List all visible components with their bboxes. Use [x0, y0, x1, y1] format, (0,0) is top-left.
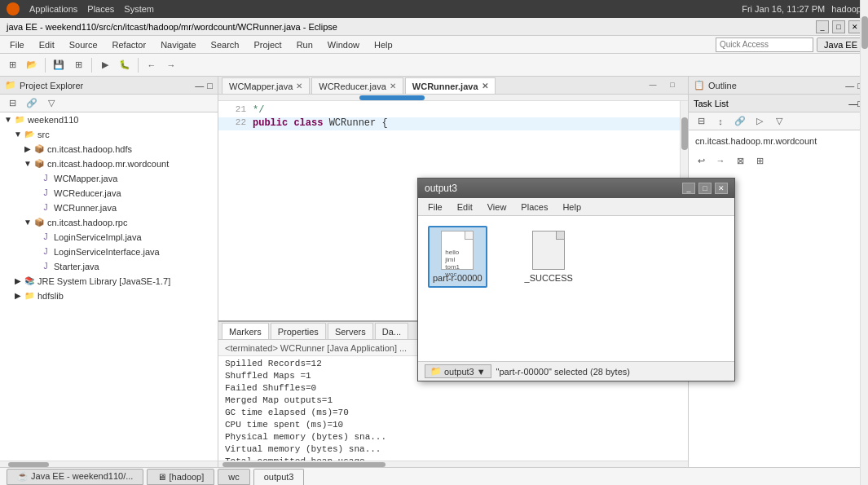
file-icon-part-r: hellojimltom1woc — [438, 231, 477, 270]
eclipse-title: java EE - weekend110/src/cn/itcast/hadoo… — [7, 22, 337, 32]
menu-project[interactable]: Project — [247, 38, 288, 51]
tab-wcrunner[interactable]: WCRunner.java ✕ — [405, 77, 496, 94]
file-success[interactable]: _SUCCESS — [520, 226, 578, 288]
outline-btn2[interactable]: ↕ — [712, 112, 729, 130]
tab-wcmapper-close[interactable]: ✕ — [296, 82, 302, 90]
outline-extra-btn1[interactable]: ↩ — [692, 152, 710, 170]
minimize-button[interactable]: _ — [816, 20, 829, 33]
tree-label-jre: JRE System Library [JavaSE-1.7] — [37, 276, 170, 286]
tree-label-wcmapper: WCMapper.java — [54, 174, 117, 183]
output3-close[interactable]: ✕ — [715, 183, 728, 194]
fm-menu-places[interactable]: Places — [514, 201, 554, 214]
menu-window[interactable]: Window — [321, 38, 366, 51]
run-button[interactable]: ▶ — [96, 56, 114, 74]
output3-folder-btn[interactable]: 📁 output3 ▼ — [425, 364, 491, 378]
toolbar-sep-3 — [138, 58, 139, 73]
file-part-r-00000[interactable]: hellojimltom1woc part-r-00000 — [428, 226, 487, 288]
window-controls: _ □ ✕ — [816, 20, 861, 33]
outline-extra-btn2[interactable]: → — [712, 152, 729, 170]
tree-item-jre[interactable]: ▶ 📚 JRE System Library [JavaSE-1.7] — [0, 274, 218, 289]
menu-help[interactable]: Help — [368, 38, 399, 51]
console-tab-properties[interactable]: Properties — [271, 323, 326, 339]
editor-maximize[interactable]: □ — [663, 76, 681, 94]
menu-edit[interactable]: Edit — [33, 38, 61, 51]
status-tab-wc-label: wc — [228, 472, 239, 482]
tree-item-wcreducer[interactable]: J WCReducer.java — [0, 186, 218, 201]
tree-item-logininterface[interactable]: J LoginServiceInterface.java — [0, 245, 218, 259]
tab-wcrunner-close[interactable]: ✕ — [482, 82, 488, 90]
outline-extra-btn3[interactable]: ⊠ — [731, 152, 749, 170]
output3-minimize[interactable]: _ — [682, 183, 695, 194]
tree-item-wcmapper[interactable]: J WCMapper.java — [0, 171, 218, 186]
pe-menu[interactable]: ▽ — [42, 95, 60, 112]
tasklist-minimize[interactable]: — — [848, 99, 857, 108]
console-line: CPU time spent (ms)=10 — [225, 419, 681, 431]
system-menu[interactable]: System — [124, 4, 154, 14]
tree-item-rpc[interactable]: ▼ 📦 cn.itcast.hadoop.rpc — [0, 215, 218, 230]
project-explorer-title: Project Explorer — [20, 81, 83, 90]
fm-menu-view[interactable]: View — [481, 201, 513, 214]
quick-access-input[interactable] — [716, 37, 813, 52]
fm-menu-help[interactable]: Help — [556, 201, 588, 214]
outline-btn5[interactable]: ▽ — [770, 112, 788, 130]
tree-item-loginimpl[interactable]: J LoginServiceImpl.java — [0, 230, 218, 245]
open-button[interactable]: 📂 — [23, 56, 41, 74]
tab-wcreducer[interactable]: WCReducer.java ✕ — [311, 77, 403, 94]
places-menu[interactable]: Places — [87, 4, 114, 14]
save-button[interactable]: 💾 — [50, 56, 68, 74]
save-all-button[interactable]: ⊞ — [69, 56, 87, 74]
outline-extra-controls: ↩ → ⊠ ⊞ — [692, 152, 865, 170]
file-corner — [465, 231, 473, 240]
tree-item-wcrunner[interactable]: J WCRunner.java — [0, 201, 218, 215]
menu-bar: File Edit Source Refactor Navigate Searc… — [0, 36, 868, 54]
tree-item-starter[interactable]: J Starter.java — [0, 259, 218, 274]
tab-wcmapper[interactable]: WCMapper.java ✕ — [222, 77, 310, 94]
fm-menu-file[interactable]: File — [421, 201, 449, 214]
pe-link-editor[interactable]: 🔗 — [23, 95, 41, 112]
new-button[interactable]: ⊞ — [3, 56, 21, 74]
console-tab-da[interactable]: Da... — [375, 323, 408, 339]
menu-file[interactable]: File — [3, 38, 31, 51]
debug-button[interactable]: 🐛 — [116, 56, 134, 74]
console-tab-markers[interactable]: Markers — [222, 323, 269, 339]
menu-refactor[interactable]: Refactor — [106, 38, 153, 51]
outline-btn1[interactable]: ⊟ — [692, 112, 710, 130]
outline-minimize[interactable]: — — [845, 81, 854, 90]
tree-item-src[interactable]: ▼ 📂 src — [0, 127, 218, 142]
back-button[interactable]: ← — [143, 56, 161, 74]
pe-minimize[interactable]: — — [195, 81, 204, 90]
java-ee-button[interactable]: Java EE — [817, 37, 865, 52]
console-tab-da-label: Da... — [382, 327, 401, 337]
pe-collapse-all[interactable]: ⊟ — [3, 95, 21, 112]
maximize-button[interactable]: □ — [832, 20, 845, 33]
pe-maximize[interactable]: □ — [207, 81, 213, 90]
menu-run[interactable]: Run — [290, 38, 319, 51]
applications-menu[interactable]: Applications — [29, 4, 77, 14]
status-tab-wc[interactable]: wc — [218, 469, 249, 485]
forward-button[interactable]: → — [162, 56, 180, 74]
outline-item-wordcount[interactable]: cn.itcast.hadoop.mr.wordcount — [692, 134, 865, 148]
tree-item-hdfs[interactable]: ▶ 📦 cn.itcast.hadoop.hdfs — [0, 142, 218, 157]
pe-toolbar: ⊟ 🔗 ▽ — [0, 95, 218, 112]
tree-label-wcrunner: WCRunner.java — [54, 203, 117, 213]
output3-maximize[interactable]: □ — [698, 183, 712, 194]
status-tabs: ☕ Java EE - weekend110/... 🖥 [hadoop] wc… — [7, 469, 304, 485]
tree-item-wordcount[interactable]: ▼ 📦 cn.itcast.hadoop.mr.wordcount — [0, 157, 218, 171]
tree-item-hdfslib[interactable]: ▶ 📁 hdfslib — [0, 289, 218, 303]
fm-menu-edit[interactable]: Edit — [451, 201, 479, 214]
menu-navigate[interactable]: Navigate — [154, 38, 202, 51]
outline-btn3[interactable]: 🔗 — [731, 112, 749, 130]
system-bar-left: Applications Places System — [7, 2, 154, 15]
tree-item-weekend110[interactable]: ▼ 📁 weekend110 — [0, 112, 218, 127]
menu-search[interactable]: Search — [205, 38, 246, 51]
status-tab-javaee[interactable]: ☕ Java EE - weekend110/... — [7, 469, 143, 485]
editor-minimize[interactable]: — — [644, 76, 662, 94]
outline-btn4[interactable]: ▷ — [751, 112, 769, 130]
menu-source[interactable]: Source — [63, 38, 104, 51]
outline-extra-btn4[interactable]: ⊞ — [751, 152, 769, 170]
system-bar: Applications Places System Fri Jan 16, 1… — [0, 0, 868, 18]
status-tab-hadoop[interactable]: 🖥 [hadoop] — [147, 469, 214, 485]
tab-wcreducer-close[interactable]: ✕ — [390, 82, 396, 90]
status-tab-output3[interactable]: output3 — [253, 469, 305, 485]
console-tab-servers[interactable]: Servers — [328, 323, 373, 339]
